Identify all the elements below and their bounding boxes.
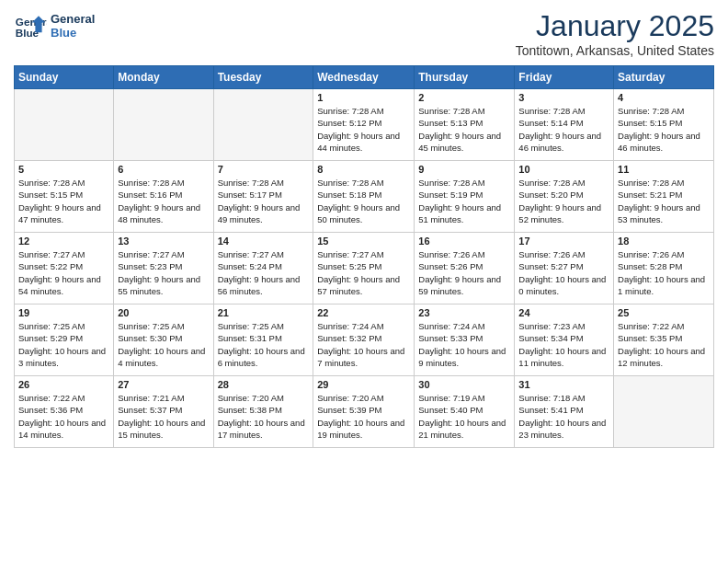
day-info: Sunrise: 7:28 AM Sunset: 5:15 PM Dayligh…	[18, 177, 109, 225]
day-number: 22	[317, 307, 410, 318]
page: General Blue General Blue January 2025 T…	[0, 0, 728, 563]
day-number: 2	[418, 92, 510, 103]
calendar-cell: 24Sunrise: 7:23 AM Sunset: 5:34 PM Dayli…	[515, 304, 614, 376]
day-info: Sunrise: 7:25 AM Sunset: 5:29 PM Dayligh…	[18, 320, 109, 369]
calendar-cell: 28Sunrise: 7:20 AM Sunset: 5:38 PM Dayli…	[213, 376, 313, 448]
calendar-week-4: 19Sunrise: 7:25 AM Sunset: 5:29 PM Dayli…	[15, 304, 714, 376]
calendar-cell: 29Sunrise: 7:20 AM Sunset: 5:39 PM Dayli…	[313, 376, 415, 448]
calendar-cell	[213, 89, 313, 161]
day-number: 19	[18, 307, 109, 318]
calendar-cell	[15, 89, 114, 161]
weekday-header-sunday: Sunday	[15, 66, 114, 89]
weekday-header-tuesday: Tuesday	[213, 66, 313, 89]
weekday-header-monday: Monday	[114, 66, 213, 89]
day-number: 17	[518, 236, 609, 247]
logo-blue: Blue	[51, 26, 95, 40]
day-number: 4	[618, 92, 710, 103]
day-number: 26	[18, 379, 109, 390]
calendar-cell: 21Sunrise: 7:25 AM Sunset: 5:31 PM Dayli…	[213, 304, 313, 376]
day-info: Sunrise: 7:22 AM Sunset: 5:36 PM Dayligh…	[18, 392, 109, 441]
day-number: 12	[18, 236, 109, 247]
day-info: Sunrise: 7:28 AM Sunset: 5:18 PM Dayligh…	[317, 177, 410, 225]
calendar-cell: 12Sunrise: 7:27 AM Sunset: 5:22 PM Dayli…	[15, 233, 114, 304]
day-number: 10	[518, 164, 609, 175]
calendar-cell: 10Sunrise: 7:28 AM Sunset: 5:20 PM Dayli…	[515, 161, 614, 233]
logo-general: General	[51, 12, 95, 26]
day-info: Sunrise: 7:28 AM Sunset: 5:13 PM Dayligh…	[418, 105, 510, 154]
day-info: Sunrise: 7:28 AM Sunset: 5:17 PM Dayligh…	[218, 177, 310, 225]
header: General Blue General Blue January 2025 T…	[14, 9, 714, 58]
calendar-cell: 20Sunrise: 7:25 AM Sunset: 5:30 PM Dayli…	[114, 304, 213, 376]
title-block: January 2025 Tontitown, Arkansas, United…	[516, 9, 714, 58]
day-number: 9	[418, 164, 510, 175]
calendar-cell: 6Sunrise: 7:28 AM Sunset: 5:16 PM Daylig…	[114, 161, 213, 233]
day-number: 30	[418, 379, 510, 390]
calendar-cell: 31Sunrise: 7:18 AM Sunset: 5:41 PM Dayli…	[515, 376, 614, 448]
day-info: Sunrise: 7:25 AM Sunset: 5:30 PM Dayligh…	[118, 320, 209, 369]
weekday-header-thursday: Thursday	[415, 66, 515, 89]
day-info: Sunrise: 7:20 AM Sunset: 5:39 PM Dayligh…	[317, 392, 410, 441]
day-number: 16	[418, 236, 510, 247]
calendar-cell	[614, 376, 714, 448]
day-number: 7	[218, 164, 310, 175]
day-info: Sunrise: 7:27 AM Sunset: 5:25 PM Dayligh…	[317, 248, 410, 297]
calendar-week-2: 5Sunrise: 7:28 AM Sunset: 5:15 PM Daylig…	[15, 161, 714, 233]
day-number: 18	[618, 236, 710, 247]
day-info: Sunrise: 7:26 AM Sunset: 5:28 PM Dayligh…	[618, 248, 710, 297]
day-info: Sunrise: 7:24 AM Sunset: 5:32 PM Dayligh…	[317, 320, 410, 369]
calendar-cell: 19Sunrise: 7:25 AM Sunset: 5:29 PM Dayli…	[15, 304, 114, 376]
day-info: Sunrise: 7:28 AM Sunset: 5:20 PM Dayligh…	[518, 177, 609, 225]
calendar-cell: 26Sunrise: 7:22 AM Sunset: 5:36 PM Dayli…	[15, 376, 114, 448]
day-number: 8	[317, 164, 410, 175]
day-info: Sunrise: 7:28 AM Sunset: 5:21 PM Dayligh…	[618, 177, 710, 225]
day-info: Sunrise: 7:19 AM Sunset: 5:40 PM Dayligh…	[418, 392, 510, 441]
weekday-header-row: SundayMondayTuesdayWednesdayThursdayFrid…	[15, 66, 714, 89]
weekday-header-friday: Friday	[515, 66, 614, 89]
day-number: 20	[118, 307, 209, 318]
logo-icon: General Blue	[14, 9, 47, 42]
day-number: 25	[618, 307, 710, 318]
day-number: 3	[518, 92, 609, 103]
calendar-cell: 8Sunrise: 7:28 AM Sunset: 5:18 PM Daylig…	[313, 161, 415, 233]
location: Tontitown, Arkansas, United States	[516, 43, 714, 58]
calendar-cell: 4Sunrise: 7:28 AM Sunset: 5:15 PM Daylig…	[614, 89, 714, 161]
calendar-cell: 7Sunrise: 7:28 AM Sunset: 5:17 PM Daylig…	[213, 161, 313, 233]
calendar-cell: 11Sunrise: 7:28 AM Sunset: 5:21 PM Dayli…	[614, 161, 714, 233]
calendar-cell: 30Sunrise: 7:19 AM Sunset: 5:40 PM Dayli…	[415, 376, 515, 448]
day-info: Sunrise: 7:26 AM Sunset: 5:26 PM Dayligh…	[418, 248, 510, 297]
day-info: Sunrise: 7:25 AM Sunset: 5:31 PM Dayligh…	[218, 320, 310, 369]
calendar-week-1: 1Sunrise: 7:28 AM Sunset: 5:12 PM Daylig…	[15, 89, 714, 161]
calendar-cell: 17Sunrise: 7:26 AM Sunset: 5:27 PM Dayli…	[515, 233, 614, 304]
month-title: January 2025	[516, 9, 714, 43]
day-number: 27	[118, 379, 209, 390]
calendar-cell: 27Sunrise: 7:21 AM Sunset: 5:37 PM Dayli…	[114, 376, 213, 448]
calendar-table: SundayMondayTuesdayWednesdayThursdayFrid…	[14, 65, 714, 448]
calendar-week-5: 26Sunrise: 7:22 AM Sunset: 5:36 PM Dayli…	[15, 376, 714, 448]
day-number: 29	[317, 379, 410, 390]
day-info: Sunrise: 7:22 AM Sunset: 5:35 PM Dayligh…	[618, 320, 710, 369]
day-info: Sunrise: 7:18 AM Sunset: 5:41 PM Dayligh…	[518, 392, 609, 441]
day-info: Sunrise: 7:26 AM Sunset: 5:27 PM Dayligh…	[518, 248, 609, 297]
day-info: Sunrise: 7:21 AM Sunset: 5:37 PM Dayligh…	[118, 392, 209, 441]
day-number: 14	[218, 236, 310, 247]
day-info: Sunrise: 7:28 AM Sunset: 5:12 PM Dayligh…	[317, 105, 410, 154]
calendar-cell: 1Sunrise: 7:28 AM Sunset: 5:12 PM Daylig…	[313, 89, 415, 161]
calendar-cell: 22Sunrise: 7:24 AM Sunset: 5:32 PM Dayli…	[313, 304, 415, 376]
day-number: 23	[418, 307, 510, 318]
day-info: Sunrise: 7:27 AM Sunset: 5:22 PM Dayligh…	[18, 248, 109, 297]
calendar-cell: 14Sunrise: 7:27 AM Sunset: 5:24 PM Dayli…	[213, 233, 313, 304]
calendar-cell: 2Sunrise: 7:28 AM Sunset: 5:13 PM Daylig…	[415, 89, 515, 161]
day-info: Sunrise: 7:27 AM Sunset: 5:23 PM Dayligh…	[118, 248, 209, 297]
calendar-cell: 16Sunrise: 7:26 AM Sunset: 5:26 PM Dayli…	[415, 233, 515, 304]
weekday-header-wednesday: Wednesday	[313, 66, 415, 89]
day-number: 24	[518, 307, 609, 318]
day-info: Sunrise: 7:28 AM Sunset: 5:15 PM Dayligh…	[618, 105, 710, 154]
calendar-cell: 23Sunrise: 7:24 AM Sunset: 5:33 PM Dayli…	[415, 304, 515, 376]
day-number: 5	[18, 164, 109, 175]
calendar-cell: 15Sunrise: 7:27 AM Sunset: 5:25 PM Dayli…	[313, 233, 415, 304]
weekday-header-saturday: Saturday	[614, 66, 714, 89]
day-number: 6	[118, 164, 209, 175]
day-number: 1	[317, 92, 410, 103]
day-info: Sunrise: 7:23 AM Sunset: 5:34 PM Dayligh…	[518, 320, 609, 369]
day-info: Sunrise: 7:20 AM Sunset: 5:38 PM Dayligh…	[218, 392, 310, 441]
